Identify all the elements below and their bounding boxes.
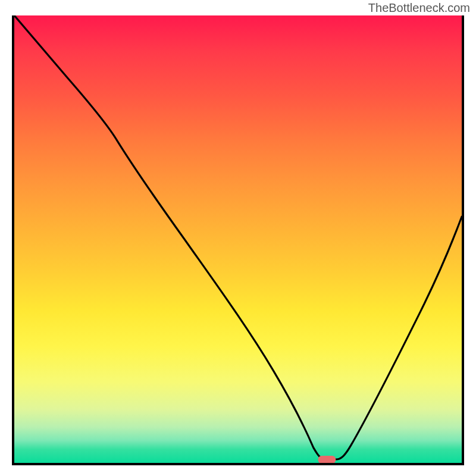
bottleneck-curve: [14, 15, 462, 459]
optimum-marker: [318, 456, 336, 463]
chart-svg: [14, 15, 462, 463]
chart-frame: [12, 15, 464, 465]
watermark-text: TheBottleneck.com: [368, 1, 470, 15]
